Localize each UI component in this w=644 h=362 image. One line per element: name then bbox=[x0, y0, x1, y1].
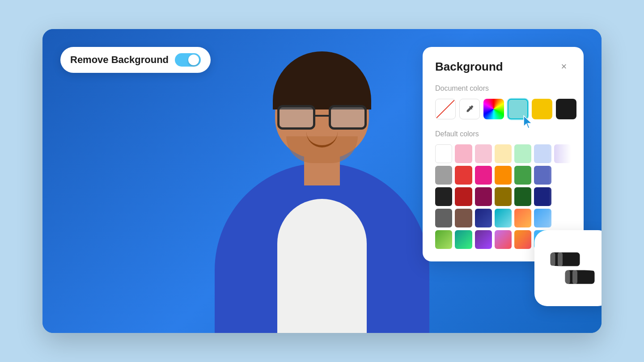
glasses-bridge bbox=[315, 115, 329, 117]
list-item[interactable] bbox=[455, 209, 472, 227]
svg-rect-4 bbox=[565, 270, 570, 284]
list-item[interactable] bbox=[475, 230, 492, 249]
list-item[interactable] bbox=[554, 144, 571, 163]
toggle-knob bbox=[188, 55, 199, 65]
list-item[interactable] bbox=[455, 187, 472, 206]
list-item[interactable] bbox=[435, 166, 452, 185]
list-item[interactable] bbox=[534, 209, 551, 227]
svg-rect-5 bbox=[572, 270, 577, 284]
list-item[interactable] bbox=[435, 144, 452, 163]
doc-colors-label: Document colors bbox=[435, 84, 571, 93]
glasses-right bbox=[329, 105, 367, 130]
panel-header: Background × bbox=[435, 59, 571, 74]
swatch-transparent[interactable] bbox=[435, 99, 456, 119]
svg-rect-2 bbox=[558, 253, 563, 266]
list-item[interactable] bbox=[475, 187, 492, 206]
list-item[interactable] bbox=[514, 187, 531, 206]
list-item[interactable] bbox=[455, 144, 472, 163]
capcut-badge bbox=[534, 230, 602, 306]
swatch-cyan-selected[interactable] bbox=[508, 99, 528, 119]
list-item[interactable] bbox=[475, 144, 492, 163]
eyedropper-icon bbox=[465, 104, 475, 114]
remove-bg-badge: Remove Background bbox=[60, 47, 211, 73]
list-item[interactable] bbox=[435, 187, 452, 206]
swatch-yellow[interactable] bbox=[532, 99, 552, 119]
list-item[interactable] bbox=[514, 230, 531, 249]
list-item[interactable] bbox=[435, 209, 452, 227]
list-item[interactable] bbox=[514, 144, 531, 163]
list-item[interactable] bbox=[514, 166, 531, 185]
panel-title: Background bbox=[435, 60, 503, 74]
list-item[interactable] bbox=[495, 230, 512, 249]
capcut-icon bbox=[548, 248, 597, 288]
capcut-logo bbox=[548, 248, 597, 288]
list-item[interactable] bbox=[475, 166, 492, 185]
background-panel: Background × Document colors bbox=[423, 47, 584, 261]
list-item[interactable] bbox=[534, 166, 551, 185]
doc-colors-row bbox=[435, 99, 571, 119]
list-item[interactable] bbox=[534, 187, 551, 206]
swatch-black[interactable] bbox=[556, 99, 576, 119]
list-item[interactable] bbox=[495, 209, 512, 227]
swatch-rainbow[interactable] bbox=[483, 99, 504, 119]
list-item[interactable] bbox=[455, 166, 472, 185]
glasses-left bbox=[277, 105, 315, 130]
person-tshirt bbox=[277, 199, 367, 333]
close-icon: × bbox=[561, 61, 567, 72]
list-item[interactable] bbox=[514, 209, 531, 227]
svg-line-6 bbox=[551, 266, 595, 270]
svg-rect-1 bbox=[551, 253, 555, 266]
close-button[interactable]: × bbox=[557, 59, 571, 74]
toggle-switch[interactable] bbox=[175, 53, 201, 67]
list-item[interactable] bbox=[475, 209, 492, 227]
list-item[interactable] bbox=[534, 144, 551, 163]
list-item[interactable] bbox=[495, 144, 512, 163]
person-hair bbox=[273, 51, 371, 109]
list-item[interactable] bbox=[495, 187, 512, 206]
default-colors-label: Default colors bbox=[435, 130, 571, 138]
list-item[interactable] bbox=[435, 230, 452, 249]
list-item[interactable] bbox=[495, 166, 512, 185]
cursor-arrow bbox=[522, 115, 534, 131]
list-item[interactable] bbox=[455, 230, 472, 249]
remove-bg-label: Remove Background bbox=[70, 54, 169, 66]
main-card: Remove Background Background × Document … bbox=[42, 29, 602, 333]
swatch-eyedropper[interactable] bbox=[459, 99, 480, 119]
